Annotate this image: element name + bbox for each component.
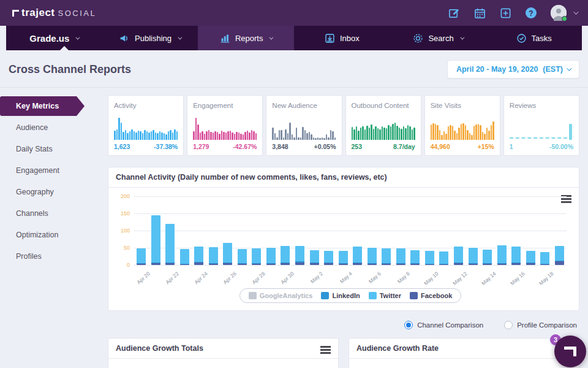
- spark-bar: [134, 131, 135, 140]
- bar-chart-icon: [220, 33, 230, 44]
- metric-card-outbound-content[interactable]: Outbound Content2538.7/day: [345, 95, 421, 156]
- audience-growth-totals-panel: Audience Growth Totals Facebook3: [108, 338, 339, 368]
- compose-icon[interactable]: [448, 7, 460, 19]
- stacked-bar-apr-28[interactable]: [252, 248, 261, 265]
- spark-bar: [174, 129, 176, 140]
- calendar-icon[interactable]: [473, 7, 486, 19]
- stacked-bar-may-19[interactable]: [555, 246, 564, 265]
- metric-card-new-audience[interactable]: New Audience3,848+0.05%: [266, 95, 342, 156]
- stacked-bar-apr-26[interactable]: [223, 243, 232, 265]
- date-range-picker[interactable]: April 20 - May 19, 2020 (EST): [447, 60, 579, 79]
- traject-social-logo[interactable]: traject SOCIAL: [12, 7, 96, 19]
- spark-bar: [469, 133, 471, 140]
- stacked-bar-may-11[interactable]: [439, 251, 448, 265]
- stacked-bar-apr-24[interactable]: [194, 247, 203, 265]
- stacked-bar-apr-20[interactable]: [137, 248, 146, 265]
- sidebar-item-channels[interactable]: Channels: [0, 204, 104, 223]
- stacked-bar-apr-25[interactable]: [209, 247, 218, 265]
- bar-segment-twitter: [410, 250, 420, 264]
- metric-card-footer: 3,848+0.05%: [272, 143, 336, 150]
- bar-segment-facebook: [368, 264, 377, 265]
- help-icon[interactable]: ?: [525, 7, 537, 19]
- stacked-bar-may-13[interactable]: [469, 248, 478, 265]
- radio-profile-comparison[interactable]: Profile Comparison: [504, 321, 577, 329]
- nav-tab-publishing[interactable]: Publishing: [102, 26, 198, 50]
- sidebar-item-engagement[interactable]: Engagement: [0, 161, 104, 180]
- stacked-bar-apr-27[interactable]: [238, 249, 247, 265]
- nav-tab-gradeus[interactable]: Grade.us: [6, 26, 102, 50]
- stacked-bar-apr-22[interactable]: [165, 224, 175, 265]
- stacked-bar-may-16[interactable]: [511, 247, 521, 265]
- spark-bar: [373, 129, 375, 140]
- stacked-bar-may-9[interactable]: [410, 250, 420, 266]
- stacked-bar-apr-23[interactable]: [180, 249, 189, 265]
- legend-item-facebook[interactable]: Facebook: [410, 292, 452, 299]
- stacked-bar-apr-30[interactable]: [281, 246, 290, 265]
- spark-bar: [394, 123, 396, 140]
- spark-bar: [360, 128, 362, 140]
- bar-segment-facebook: [281, 263, 290, 265]
- stacked-bar-may-15[interactable]: [497, 245, 507, 265]
- x-tick: [266, 266, 276, 286]
- user-menu[interactable]: [551, 5, 577, 21]
- bar-segment-facebook: [252, 264, 261, 265]
- spark-bar: [138, 131, 140, 140]
- nav-tab-search[interactable]: Search: [390, 26, 486, 50]
- nav-tab-tasks[interactable]: Tasks: [486, 26, 582, 50]
- metric-card-site-visits[interactable]: Site Visits44,960+15%: [424, 95, 500, 156]
- stacked-bar-may-12[interactable]: [454, 247, 463, 265]
- spark-bar: [193, 131, 195, 140]
- stacked-bar-apr-21[interactable]: [151, 215, 160, 265]
- stacked-bar-may-4[interactable]: [339, 251, 348, 265]
- stacked-bar-may-18[interactable]: [540, 252, 549, 265]
- stacked-bar-may-2[interactable]: [310, 250, 319, 265]
- spark-bar: [225, 132, 227, 140]
- spark-bar: [452, 126, 454, 140]
- spark-bar: [317, 137, 319, 140]
- spark-bar: [146, 131, 148, 140]
- legend-item-twitter[interactable]: Twitter: [369, 292, 401, 299]
- stacked-bar-may-7[interactable]: [382, 248, 391, 265]
- legend-item-linkedin[interactable]: LinkedIn: [321, 292, 360, 299]
- timezone-text: (EST): [543, 65, 563, 74]
- bar-segment-twitter: [295, 246, 304, 261]
- spark-bar: [315, 138, 317, 140]
- bar-segment-facebook: [555, 261, 564, 265]
- stacked-bar-may-14[interactable]: [483, 250, 492, 265]
- nav-tab-label: Tasks: [532, 34, 552, 43]
- x-tick: Apr 26: [223, 266, 232, 286]
- radio-channel-comparison[interactable]: Channel Comparison: [404, 321, 483, 329]
- metric-card-engagement[interactable]: Engagement1,279-42.67%: [187, 95, 263, 156]
- stacked-bar-may-3[interactable]: [324, 251, 333, 265]
- sidebar-item-audience[interactable]: Audience: [0, 118, 104, 137]
- x-tick: [324, 266, 333, 286]
- sidebar-item-geography[interactable]: Geography: [0, 182, 104, 202]
- metric-sparkline: [114, 118, 178, 140]
- bar-segment-twitter: [439, 251, 448, 264]
- chart-menu-icon[interactable]: [320, 346, 331, 355]
- spark-bar: [441, 135, 443, 140]
- nav-tab-reports[interactable]: Reports: [198, 26, 294, 50]
- metric-value: 253: [352, 143, 363, 150]
- stacked-bar-may-1[interactable]: [295, 246, 304, 265]
- stacked-bar-apr-29[interactable]: [266, 248, 276, 265]
- sidebar-item-key-metrics[interactable]: Key Metrics: [0, 96, 85, 116]
- metric-card-reviews[interactable]: Reviews1-50.00%: [503, 95, 579, 156]
- metric-card-activity[interactable]: Activity1,623-37.38%: [108, 95, 184, 156]
- bar-segment-twitter: [396, 248, 405, 263]
- nav-tab-inbox[interactable]: Inbox: [294, 26, 390, 50]
- stacked-bar-may-17[interactable]: [526, 251, 535, 265]
- spark-bar: [272, 128, 274, 140]
- traject-fab-button[interactable]: [554, 335, 586, 367]
- add-icon[interactable]: [499, 7, 511, 19]
- spark-bar: [195, 118, 197, 140]
- stacked-bar-may-6[interactable]: [368, 248, 377, 265]
- x-tick: May 6: [368, 266, 377, 286]
- sidebar-item-daily-stats[interactable]: Daily Stats: [0, 139, 104, 159]
- stacked-bar-may-8[interactable]: [396, 248, 405, 265]
- sidebar-item-optimization[interactable]: Optimization: [0, 225, 104, 245]
- stacked-bar-may-5[interactable]: [353, 247, 362, 265]
- sidebar-item-profiles[interactable]: Profiles: [0, 247, 104, 266]
- stacked-bar-may-10[interactable]: [425, 251, 434, 265]
- legend-item-googleanalytics[interactable]: GoogleAnalytics: [249, 292, 313, 299]
